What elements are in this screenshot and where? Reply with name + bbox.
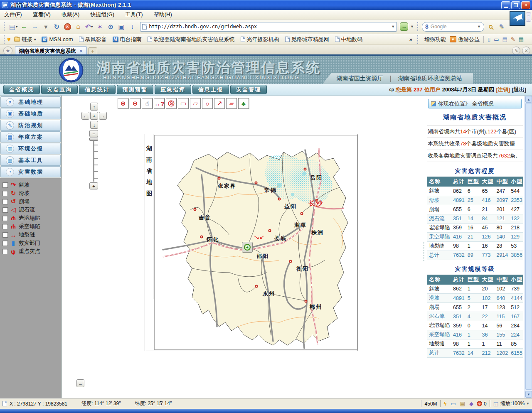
zoom-in-slider-button[interactable]: + (89, 182, 98, 189)
menu-item-5[interactable]: 帮助(H) (154, 11, 172, 18)
pan-right-button[interactable]: → (99, 112, 107, 120)
address-url[interactable]: http://dzzh.hndh.gov.cn/gridweb.aspx (149, 24, 389, 30)
banner-link-0[interactable]: 湖南省国土资源厅 (337, 75, 383, 82)
select-circle-icon[interactable]: ○ (202, 98, 213, 109)
scale-icon[interactable]: Ⓢ (166, 98, 177, 109)
layer-checkbox[interactable] (2, 191, 8, 196)
nav-tab-2[interactable]: 信息统计 (79, 85, 116, 94)
zoom-in-icon[interactable]: ⊕ (118, 98, 128, 109)
boss-close-button[interactable]: ✕ (522, 47, 530, 55)
link-item-1[interactable]: MMSN.com (42, 36, 73, 42)
panel-splitter-handle[interactable] (424, 242, 426, 261)
layer-checkbox[interactable] (2, 182, 8, 188)
close-button[interactable]: ✕ (521, 1, 530, 9)
messenger-icon[interactable]: ▯ (488, 36, 490, 42)
lightning-icon[interactable]: ϟ (444, 401, 447, 407)
nav-tab-5[interactable]: 信息上报 (192, 85, 229, 94)
city-marker-1[interactable] (255, 182, 258, 184)
toolbar-grip-2[interactable] (417, 22, 419, 31)
nav-tab-6[interactable]: 安全管理 (230, 85, 267, 94)
proxy-window-icon[interactable]: ▭ (451, 401, 456, 407)
map-canvas[interactable]: 张家界常德岳阳益阳长沙吉首湘潭株洲怀化娄底邵阳衡阳永州郴州 + (154, 135, 357, 350)
table-row[interactable]: 总计76321421212026155 (427, 349, 523, 358)
links-grip[interactable] (4, 35, 6, 44)
table-row[interactable]: 斜坡862665247544 (427, 187, 523, 196)
city-marker-9[interactable] (305, 300, 308, 303)
pan-down-button[interactable]: ↓ (90, 121, 98, 129)
page-scrollbar[interactable]: ▲ ▼ (525, 96, 532, 398)
home-button[interactable]: ⌂ (73, 22, 83, 32)
paint-icon[interactable]: ✎ (511, 36, 515, 42)
eraser-icon[interactable]: ▰ (226, 98, 237, 109)
banner-link-1[interactable]: 湖南省地质环境监测总站 (398, 75, 462, 82)
table-row[interactable]: 崩塌655621201427 (427, 205, 523, 214)
full-extent-tree-icon[interactable]: ♣ (238, 98, 249, 109)
links-right-item-0[interactable]: 增强功能 (424, 36, 446, 43)
pan-center-button[interactable]: + (90, 112, 98, 120)
map-bottom-arrow-button[interactable]: → (76, 379, 84, 387)
draw-point-icon[interactable]: ↗ (214, 98, 225, 109)
nav-tab-1[interactable]: 灾点查询 (41, 85, 78, 94)
address-bar[interactable]: http://dzzh.hndh.gov.cn/gridweb.aspx ▼ (140, 22, 397, 32)
table-row[interactable]: 地裂缝98111185 (427, 339, 523, 349)
refresh-button[interactable]: ↻ (52, 22, 62, 32)
scroll-down-icon[interactable]: ▼ (525, 391, 532, 398)
resize-icon[interactable]: ◲ (493, 401, 498, 407)
nav-tab-0[interactable]: 全省概况 (3, 85, 40, 94)
table-row[interactable]: 采空塌陷416136155224 (427, 330, 523, 339)
back-button[interactable]: ← (19, 22, 29, 32)
city-marker-6[interactable] (200, 236, 203, 238)
plugin-icon[interactable]: ▦ (519, 36, 524, 42)
table-row[interactable]: 采空塌陷41621126140129 (427, 232, 523, 241)
table-row[interactable]: 崩塌655217123512 (427, 303, 523, 312)
table-row[interactable]: 斜坡862120102739 (427, 285, 523, 294)
scrollbar-thumb[interactable] (525, 103, 532, 390)
favorites-heart-icon[interactable]: ♥ (7, 36, 11, 43)
table-row[interactable]: 滑坡48912541620972353 (427, 196, 523, 205)
forward-button[interactable]: → (30, 22, 40, 32)
menu-item-2[interactable]: 收藏(A) (62, 11, 79, 18)
table-row[interactable]: 地裂缝981162853 (427, 241, 523, 251)
sidebar-section-1[interactable]: ▣基础地质 (0, 108, 61, 119)
address-dropdown-icon[interactable]: ▼ (391, 25, 395, 29)
notes-icon[interactable]: ▤ (502, 36, 507, 42)
skin-wrench-button[interactable]: ✎ (512, 47, 520, 55)
layer-checkbox[interactable] (2, 224, 8, 229)
sidebar-section-6[interactable]: ◔灾害数据 (0, 166, 61, 177)
zoom-out-slider-button[interactable]: − (89, 130, 98, 137)
dropdown-icon[interactable]: ▾ (91, 25, 93, 29)
links-overflow-chevron[interactable]: » (409, 36, 412, 42)
city-marker-7[interactable] (268, 229, 271, 232)
table-row[interactable]: 岩溶塌陷35901456284 (427, 321, 523, 330)
links-right-item-1[interactable]: ♥傲游公益 (450, 36, 480, 43)
layer-checkbox[interactable] (2, 216, 8, 221)
zoom-out-icon[interactable]: ⊖ (130, 98, 140, 109)
link-item-2[interactable]: 暴风影音 (79, 36, 107, 43)
undo-button[interactable]: ↶▾ (84, 22, 94, 32)
filter-wand-button[interactable]: ✶ (95, 22, 105, 32)
window-title-bar[interactable]: 湖南省地质灾害信息系统 - 傲游(Maxthon) 2.1.1 ✕ (0, 0, 532, 10)
history-dropdown-button[interactable]: ▾ (41, 22, 51, 32)
search-engine-dropdown-icon[interactable]: ▼ (477, 25, 481, 29)
table-row[interactable]: 岩溶塌陷359164580218 (427, 223, 523, 232)
restore-button[interactable] (511, 1, 520, 9)
menu-item-0[interactable]: 文件(F) (4, 11, 22, 18)
sidebar-section-4[interactable]: ▥环境公报 (0, 143, 61, 154)
pan-left-button[interactable]: ← (81, 112, 89, 120)
dropdown-icon[interactable]: ▾ (16, 25, 17, 29)
history-clock-button[interactable]: ⊙ (106, 22, 116, 32)
link-item-7[interactable]: 中地数码 (335, 36, 363, 43)
window-icon[interactable]: ▭ (494, 36, 499, 42)
nav-tab-4[interactable]: 应急指挥 (155, 85, 191, 94)
exit-link[interactable]: [退出] (512, 86, 526, 93)
measure-icon[interactable]: ↔? (154, 98, 165, 109)
layer-checkbox[interactable] (2, 232, 8, 238)
link-item-4[interactable]: 欢迎登陆湖南省地质灾害信息系统 (148, 36, 235, 43)
city-marker-4[interactable] (300, 212, 303, 215)
sidebar-section-0[interactable]: »基础地理 (0, 96, 61, 108)
zoom-slider-handle[interactable] (89, 138, 98, 141)
layer-checkbox[interactable] (2, 207, 8, 213)
links-grip-2[interactable] (417, 35, 419, 44)
link-item-3[interactable]: M电台指南 (113, 36, 142, 43)
city-marker-10[interactable] (289, 260, 292, 263)
